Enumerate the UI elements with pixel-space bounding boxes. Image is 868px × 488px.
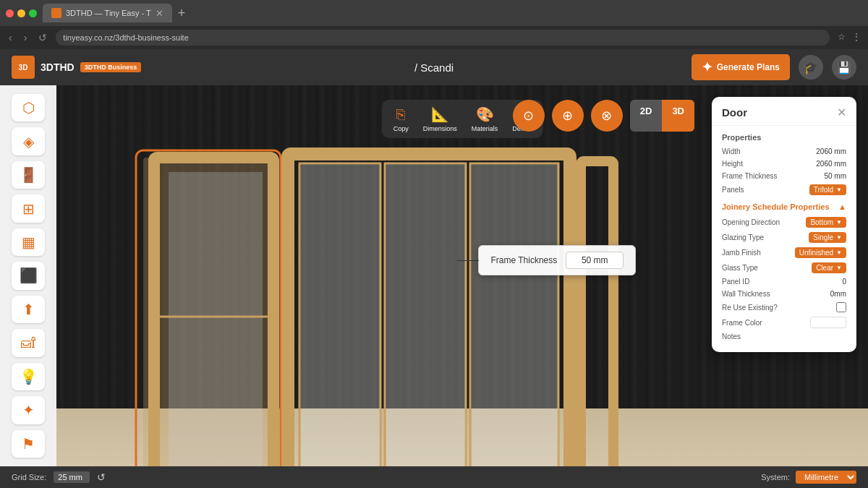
copy-tool[interactable]: ⎘ Copy (393, 106, 409, 132)
page-title: / Scandi (414, 61, 454, 74)
frame-thickness-label: Frame Thickness (490, 255, 557, 265)
frame-thickness-prop-value: 50 mm (824, 172, 846, 180)
panel-id-value: 0 (842, 278, 846, 286)
width-row: Width 2060 mm (722, 147, 846, 155)
2d-view-btn[interactable]: 2D (630, 100, 663, 132)
browser-tab[interactable]: 3DTHD — Tiny Easy - T ✕ (43, 4, 172, 22)
sidebar-item-light[interactable]: 💡 (12, 363, 45, 390)
frame-color-row: Frame Color (722, 317, 846, 328)
reload-btn[interactable]: ↺ (35, 30, 50, 45)
back-btn[interactable]: ‹ (6, 30, 15, 45)
sidebar-item-layers[interactable]: ⬡ (12, 94, 45, 121)
panels-dropdown-arrow: ▼ (836, 187, 842, 193)
close-window-btn[interactable] (6, 9, 14, 17)
glazing-type-dropdown[interactable]: Single ▼ (809, 232, 846, 243)
logo-area: 3D 3DTHD 3DTHD Business (12, 56, 141, 79)
tab-favicon (51, 8, 61, 18)
nav-right: ✦ Generate Plans 🎓 💾 (692, 54, 856, 80)
joinery-collapse-icon[interactable]: ▲ (838, 202, 846, 211)
sidebar-item-window[interactable]: ⊞ (12, 194, 45, 222)
top-nav: 3D 3DTHD 3DTHD Business / Scandi ✦ Gener… (0, 49, 868, 85)
glass-type-dropdown[interactable]: Clear ▼ (812, 262, 846, 273)
viewport[interactable]: ⎘ Copy 📐 Dimensions 🎨 Materials 🗑 Delete (56, 85, 868, 466)
generate-plans-button[interactable]: ✦ Generate Plans (692, 54, 790, 80)
frame-thickness-prop-label: Frame Thickness (722, 172, 778, 180)
pan-icon: ⊕ (562, 108, 573, 124)
sidebar-item-marker[interactable]: ⚑ (12, 430, 45, 458)
opening-direction-dropdown[interactable]: Bottom ▼ (806, 217, 846, 228)
svg-text:▶: ▶ (374, 465, 390, 466)
svg-rect-3 (169, 172, 263, 466)
panel-close-btn[interactable]: ✕ (837, 106, 846, 119)
reuse-label: Re Use Existing? (722, 304, 778, 312)
system-select[interactable]: Millimetre (796, 471, 856, 484)
sidebar-item-door[interactable]: 🚪 (12, 161, 45, 189)
minimize-window-btn[interactable] (17, 9, 25, 17)
svg-rect-11 (472, 165, 558, 466)
3d-view-btn[interactable]: 3D (662, 100, 694, 132)
width-value: 2060 mm (816, 147, 846, 155)
browser-window-controls (6, 9, 37, 17)
help-button[interactable]: 🎓 (799, 55, 823, 80)
add-tab-btn[interactable]: + (178, 6, 186, 21)
reuse-checkbox[interactable] (836, 302, 846, 312)
sidebar-item-stair[interactable]: ⬆ (12, 296, 45, 323)
sidebar-item-furniture[interactable]: 🛋 (12, 329, 45, 356)
camera-zoom-btn[interactable]: ⊗ (591, 100, 623, 132)
sidebar-item-wall[interactable]: ▦ (12, 228, 45, 256)
sidebar-item-misc[interactable]: ✦ (12, 396, 45, 424)
maximize-window-btn[interactable] (29, 9, 37, 17)
app-container: 3D 3DTHD 3DTHD Business / Scandi ✦ Gener… (0, 49, 868, 488)
graduation-cap-icon: 🎓 (804, 61, 818, 74)
glazing-type-arrow: ▼ (836, 234, 842, 241)
bookmark-icon[interactable]: ☆ (835, 32, 847, 43)
jamb-finish-dropdown[interactable]: Unfinished ▼ (795, 247, 846, 258)
glazing-type-row: Glazing Type Single ▼ (722, 232, 846, 243)
dimensions-tool[interactable]: 📐 Dimensions (423, 106, 457, 132)
camera-pan-btn[interactable]: ⊕ (552, 100, 584, 132)
properties-section-title: Properties (722, 133, 846, 142)
settings-icon[interactable]: ⋮ (851, 32, 862, 43)
save-button[interactable]: 💾 (832, 55, 856, 80)
orbit-icon: ⊙ (523, 108, 534, 124)
misc-icon: ✦ (22, 401, 35, 419)
forward-btn[interactable]: › (21, 30, 30, 45)
logo-text: 3DTHD (41, 61, 75, 73)
zoom-icon: ⊗ (601, 108, 612, 124)
height-label: Height (722, 160, 743, 168)
address-input[interactable]: tinyeasy.co.nz/3dthd-business-suite (56, 30, 830, 46)
camera-orbit-btn[interactable]: ⊙ (513, 100, 545, 132)
sidebar-item-floor[interactable]: ⬛ (12, 262, 45, 289)
logo-icon: 3D (12, 56, 35, 79)
window-icon: ⊞ (22, 200, 35, 218)
layers-icon: ⬡ (22, 99, 35, 116)
door-scene-svg: ▶ ▶ (129, 143, 621, 466)
grid-size-input[interactable] (54, 471, 90, 483)
wall-thickness-value: 0mm (830, 290, 846, 298)
svg-text:▶: ▶ (338, 465, 354, 466)
copy-icon: ⎘ (396, 106, 405, 123)
2d-3d-toggle[interactable]: 2D 3D (630, 100, 694, 132)
wall-thickness-label: Wall Thickness (722, 290, 770, 298)
panels-dropdown[interactable]: Trifold ▼ (809, 184, 846, 195)
glazing-type-value: Single (813, 234, 833, 241)
materials-tool[interactable]: 🎨 Materials (472, 106, 498, 132)
glass-type-arrow: ▼ (836, 265, 842, 271)
tab-close-btn[interactable]: ✕ (156, 8, 163, 19)
frame-color-swatch[interactable] (810, 317, 846, 328)
grid-reset-btn[interactable]: ↺ (97, 471, 106, 483)
sidebar-item-cube[interactable]: ◈ (12, 127, 45, 155)
cube-icon: ◈ (23, 133, 34, 150)
business-badge: 3DTHD Business (80, 62, 142, 72)
view-mode-buttons: ⊙ ⊕ ⊗ 2D 3D (513, 100, 694, 132)
jamb-finish-arrow: ▼ (836, 249, 842, 256)
glazing-type-label: Glazing Type (722, 234, 764, 241)
floor-icon: ⬛ (20, 267, 38, 284)
tooltip-connector-line (457, 260, 479, 261)
panel-id-label: Panel ID (722, 278, 749, 286)
tab-title: 3DTHD — Tiny Easy - T (66, 9, 151, 17)
frame-thickness-tooltip: Frame Thickness 50 mm (478, 245, 636, 275)
opening-direction-row: Opening Direction Bottom ▼ (722, 217, 846, 228)
materials-icon: 🎨 (476, 106, 494, 123)
notes-row: Notes (722, 333, 846, 341)
